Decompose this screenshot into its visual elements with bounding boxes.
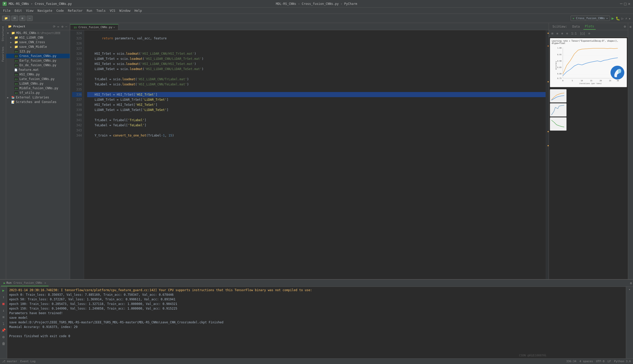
code-line [87, 46, 546, 51]
tree-item-save-cnn-cross[interactable]: ▶ 📁 save_CNN_Cross [6, 40, 70, 44]
run-tab-label: Run [6, 281, 12, 285]
close-button[interactable]: ✕ [628, 1, 630, 6]
menu-navigate[interactable]: Navigate [36, 8, 54, 13]
menu-run[interactable]: Run [85, 8, 94, 13]
tree-item-tf-utils[interactable]: ▶ py tf_utils.py [6, 90, 70, 95]
tree-item-save-cnn-middle[interactable]: ▶ 📁 save_CNN_Middle [6, 44, 70, 49]
scroll-up-button[interactable]: ↑ [2, 294, 5, 300]
grid-view-icon[interactable]: ⊞ [550, 31, 554, 36]
tree-item-hsi-cnns[interactable]: ▶ py HSI_CNNs.py [6, 72, 70, 77]
minimize-button[interactable]: ─ [620, 1, 623, 6]
sync-tree-button[interactable]: ⟳ [52, 24, 56, 29]
menu-tools[interactable]: Tools [94, 8, 108, 13]
py-file-icon: py [14, 91, 18, 95]
eyedropper-icon[interactable]: ⊘ [587, 31, 591, 36]
tree-label: save_CNN_Cross [19, 40, 45, 44]
git-branch[interactable]: ⎇ master [2, 360, 17, 363]
stop-button[interactable]: ■ [2, 301, 5, 306]
sciview-data-tab[interactable]: Data [571, 24, 581, 29]
run-tab[interactable]: ▶ Run Cross_fusion_CNNs ✕ [1, 280, 49, 286]
settings-icon[interactable]: ⚙ [630, 281, 632, 285]
zoom-out-icon[interactable]: ⊖ [565, 31, 569, 36]
tree-item-early-fusion[interactable]: ▶ py Early_fusion_CNNs.py [6, 58, 70, 63]
settings2-icon[interactable]: ⚙ [2, 334, 5, 339]
more-button[interactable]: ▸ [629, 16, 631, 20]
menu-window[interactable]: Window [117, 8, 132, 13]
sync-button[interactable]: ⟳ [11, 16, 18, 21]
menu-edit[interactable]: Edit [13, 8, 24, 13]
right-tab[interactable]: ⊞ [628, 25, 633, 29]
editor-area: py Cross_fusion_CNNs.py ✕ 324 325 326 32… [70, 23, 549, 279]
zoom-fit-icon[interactable]: 1:1 [570, 31, 578, 36]
wrap-output-button[interactable]: ≡ [2, 314, 5, 320]
collapse-button[interactable]: — [27, 16, 33, 21]
run-config-selector[interactable]: ▶ Cross_fusion_CNNs ▾ [571, 16, 610, 21]
trash-icon[interactable]: 🗑 [1, 341, 6, 346]
chart-thumb-3[interactable] [550, 117, 567, 131]
tree-item-123-py[interactable]: ▶ py 123.py [6, 49, 70, 54]
console-line-warning: 2023-01-14 20:30:16.748230: I tensorflow… [9, 288, 624, 292]
close-run-tab[interactable]: ✕ [44, 281, 46, 284]
window-controls[interactable]: ─ □ ✕ [620, 1, 630, 6]
tree-item-scratches[interactable]: ▶ 📝 Scratches and Consoles [6, 100, 70, 104]
debug-button[interactable]: 🐛 [616, 16, 620, 20]
code-content[interactable]: return parameters, val_acc, feature HSI_… [84, 30, 546, 279]
tree-item-middle-fusion[interactable]: ▶ py Middle_fusion_CNNs.py [6, 86, 70, 90]
close-tab-button[interactable]: ✕ [114, 26, 115, 29]
sciview-settings-icon[interactable]: ⚙ [624, 25, 626, 28]
chart-thumb-2[interactable] [550, 103, 567, 117]
event-log[interactable]: Event Log [20, 360, 36, 363]
list-view-icon[interactable]: ≡ [555, 31, 559, 36]
svg-text:P: P [4, 3, 5, 5]
scroll-down-button[interactable]: ↓ [2, 308, 5, 313]
zoom-in-icon[interactable]: ⊕ [560, 31, 564, 36]
favorites-tab[interactable]: Favorites [1, 46, 5, 63]
maximize-button[interactable]: □ [624, 1, 627, 6]
settings-button[interactable]: ⚙ [19, 16, 26, 21]
menu-file[interactable]: File [1, 8, 13, 13]
tree-root[interactable]: ▼ 📁 MDL-RS_CNNs D:\Project\IEEE [6, 31, 70, 35]
tree-item-late-fusion[interactable]: ▶ py Late_fusion_CNNs.py [6, 77, 70, 81]
tree-item-lidar-cnns[interactable]: ▶ py LiDAR_CNNs.py [6, 81, 70, 86]
py-file-icon: py [14, 50, 18, 53]
python-version: Python 3.6 [614, 360, 631, 363]
menu-refactor[interactable]: Refactor [66, 8, 85, 13]
zoom-actual-icon[interactable]: |□| [579, 31, 586, 36]
code-line: LiDAR_TeSet = scio.loadmat('HSI_LiDAR_CN… [87, 66, 546, 72]
tree-item-cross-fusion[interactable]: ▶ py Cross_fusion_CNNs.py [6, 54, 70, 58]
project-name-tab[interactable]: MDL-RS_CNNs [9, 2, 29, 6]
tree-item-en-de-fusion[interactable]: ▶ py En_de_fusion_CNNs.py [6, 63, 70, 67]
menu-vcs[interactable]: VCS [108, 8, 117, 13]
svg-rect-26 [550, 118, 567, 131]
soft-wrap-button[interactable]: ⤵ [2, 321, 5, 326]
menu-code[interactable]: Code [54, 8, 66, 13]
run-config-tab-name: Cross_fusion_CNNs [14, 281, 42, 285]
sciview-plots-tab[interactable]: Plots [583, 24, 596, 30]
root-label: MDL-RS_CNNs [16, 31, 36, 35]
pin-button[interactable]: 📌 [1, 328, 6, 333]
structure-tab[interactable]: Structure [1, 25, 5, 42]
config-icon: ▶ [573, 17, 574, 20]
pycharm-logo [611, 66, 625, 80]
menu-help[interactable]: Help [132, 8, 144, 13]
expand-icon: ▶ [10, 41, 13, 44]
coverage-button[interactable]: ▷ [621, 16, 624, 20]
editor-tab-cross-fusion[interactable]: py Cross_fusion_CNNs.py ✕ [70, 24, 118, 30]
collapse-tree-button[interactable]: ⇤ [57, 24, 60, 29]
svg-text:15: 15 [590, 80, 592, 82]
tree-item-external-libs[interactable]: ▶ 📚 External Libraries [6, 95, 70, 100]
tree-item-hsi-lidar-cnn[interactable]: ▶ 📁 HSI_LiDAR_CNN [6, 35, 70, 40]
tree-item-feature-mat[interactable]: ▶ 📄 feature.mat [6, 67, 70, 72]
chevron-down-icon[interactable]: ▾ [629, 288, 630, 291]
file-name-tab[interactable]: Cross_fusion_CNNs.py [35, 2, 72, 6]
menu-view[interactable]: View [24, 8, 36, 13]
run-button[interactable]: ▶ [612, 16, 614, 21]
project-view-button[interactable]: 📁 [2, 16, 10, 21]
restart-button[interactable]: ▶ [2, 288, 5, 293]
console-output[interactable]: 2023-01-14 20:30:16.748230: I tensorflow… [7, 287, 626, 358]
gear-icon[interactable]: ⚙ [61, 24, 64, 29]
chart-thumb-1[interactable] [550, 89, 567, 103]
project-tree: ▼ 📁 MDL-RS_CNNs D:\Project\IEEE ▶ 📁 HSI_… [6, 30, 70, 279]
close-panel-button[interactable]: — [65, 24, 68, 29]
profile-button[interactable]: ⚡ [625, 16, 627, 20]
